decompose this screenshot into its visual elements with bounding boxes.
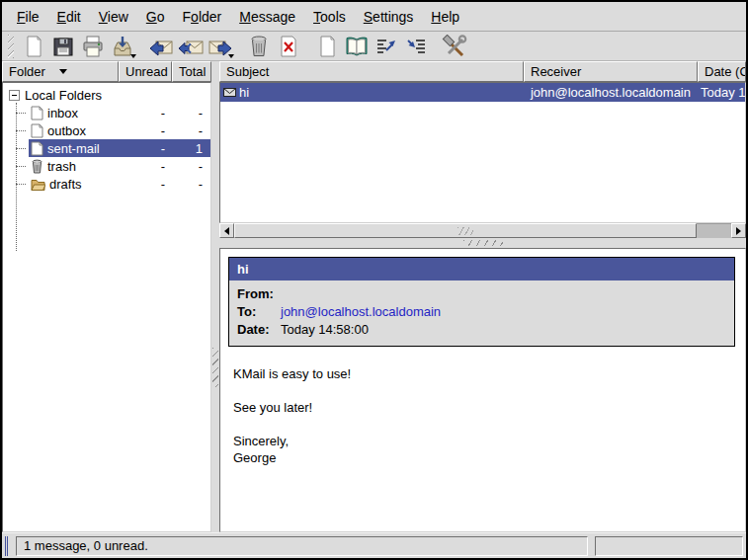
status-right-panel xyxy=(595,536,743,556)
folder-item-trash[interactable]: trash - - xyxy=(3,157,210,175)
total-column-header[interactable]: Total xyxy=(172,61,211,82)
kmail-window: File Edit View Go Folder Message Tools S… xyxy=(0,0,748,560)
status-bar: 1 message, 0 unread. xyxy=(2,532,746,558)
new-message-icon[interactable] xyxy=(312,33,342,60)
folder-item-drafts[interactable]: drafts - - xyxy=(3,175,210,193)
message-subject-title: hi xyxy=(229,258,734,280)
folder-icon xyxy=(31,178,45,191)
folder-pane-headers: Folder Unread Total xyxy=(2,61,211,82)
reply-icon[interactable] xyxy=(146,33,176,60)
scroll-left-button[interactable] xyxy=(219,223,234,238)
vertical-splitter[interactable] xyxy=(211,61,219,532)
configure-icon[interactable] xyxy=(440,33,469,60)
print-icon[interactable] xyxy=(78,33,108,60)
filter-out-icon[interactable] xyxy=(372,33,401,60)
menu-view[interactable]: View xyxy=(90,4,137,30)
trash-icon xyxy=(31,159,43,174)
address-book-icon[interactable] xyxy=(342,33,372,60)
forward-dropdown-caret[interactable] xyxy=(228,54,234,58)
statusbar-grip xyxy=(5,536,9,556)
folder-pane: Folder Unread Total Local Folders inbox … xyxy=(2,61,211,532)
menu-tools[interactable]: Tools xyxy=(304,4,355,30)
compose-icon[interactable] xyxy=(19,33,48,60)
mail-file-icon xyxy=(31,141,43,156)
date-row: Date: Today 14:58:00 xyxy=(237,321,726,339)
root-folder-label: Local Folders xyxy=(25,88,102,103)
menu-settings[interactable]: Settings xyxy=(355,4,423,30)
menu-message[interactable]: Message xyxy=(230,4,304,30)
from-row: From: xyxy=(237,285,726,303)
toolbar-drag-handle[interactable] xyxy=(8,35,14,58)
unread-column-header[interactable]: Unread xyxy=(119,61,172,82)
horizontal-splitter[interactable] xyxy=(219,238,746,248)
date-column-header[interactable]: Date (O xyxy=(698,61,746,82)
filter-in-icon[interactable] xyxy=(401,33,431,60)
reply-all-icon[interactable] xyxy=(176,33,206,60)
message-body: KMail is easy to use! See you later! Sin… xyxy=(228,347,735,466)
folder-item-sent-mail[interactable]: sent-mail - 1 xyxy=(3,139,210,157)
forward-icon[interactable] xyxy=(206,33,235,60)
collapse-expander-icon[interactable] xyxy=(9,90,20,101)
menu-help[interactable]: Help xyxy=(422,4,468,30)
menu-folder[interactable]: Folder xyxy=(174,4,231,30)
folder-column-header[interactable]: Folder xyxy=(2,61,119,82)
arrow-right-icon xyxy=(736,227,741,235)
main-area: Folder Unread Total Local Folders inbox … xyxy=(2,61,746,532)
status-message: 1 message, 0 unread. xyxy=(16,536,588,556)
scrollbar-track[interactable] xyxy=(697,223,731,238)
horizontal-scrollbar xyxy=(219,223,746,238)
folder-item-outbox[interactable]: outbox - - xyxy=(3,121,210,139)
envelope-icon xyxy=(223,88,236,97)
recipient-email-link[interactable]: john@localhost.localdomain xyxy=(281,303,441,321)
folder-item-inbox[interactable]: inbox - - xyxy=(3,104,210,121)
message-area: Subject Receiver Date (O hi john@localho… xyxy=(219,61,746,532)
message-list-headers: Subject Receiver Date (O xyxy=(219,61,746,82)
menu-go[interactable]: Go xyxy=(137,4,174,30)
scroll-right-button[interactable] xyxy=(731,223,746,238)
menu-bar: File Edit View Go Folder Message Tools S… xyxy=(2,2,746,32)
message-list: hi john@localhost.localdomain Today 14 xyxy=(219,82,746,223)
scrollbar-thumb[interactable] xyxy=(234,223,697,238)
mail-file-icon xyxy=(31,123,43,138)
receiver-column-header[interactable]: Receiver xyxy=(524,61,698,82)
message-preview-pane: hi From: To: john@localhost.localdomain … xyxy=(219,248,746,532)
mail-file-icon xyxy=(31,106,43,120)
trash-icon[interactable] xyxy=(244,33,274,60)
message-header-box: hi From: To: john@localhost.localdomain … xyxy=(228,257,735,347)
menu-edit[interactable]: Edit xyxy=(48,4,90,30)
to-row: To: john@localhost.localdomain xyxy=(237,303,726,321)
message-header-fields: From: To: john@localhost.localdomain Dat… xyxy=(229,280,734,346)
delete-message-icon[interactable] xyxy=(274,33,303,60)
message-row[interactable]: hi john@localhost.localdomain Today 14 xyxy=(220,83,745,102)
save-icon[interactable] xyxy=(48,33,78,60)
subject-column-header[interactable]: Subject xyxy=(219,61,524,82)
sort-arrow-icon xyxy=(59,69,67,74)
arrow-left-icon xyxy=(224,227,229,235)
main-toolbar xyxy=(2,32,746,61)
tree-root-local-folders[interactable]: Local Folders xyxy=(3,86,210,104)
folder-tree: Local Folders inbox - - outbox - xyxy=(2,82,211,532)
menu-file[interactable]: File xyxy=(8,4,48,30)
check-mail-icon[interactable] xyxy=(108,33,137,60)
check-mail-dropdown-caret[interactable] xyxy=(130,54,136,58)
